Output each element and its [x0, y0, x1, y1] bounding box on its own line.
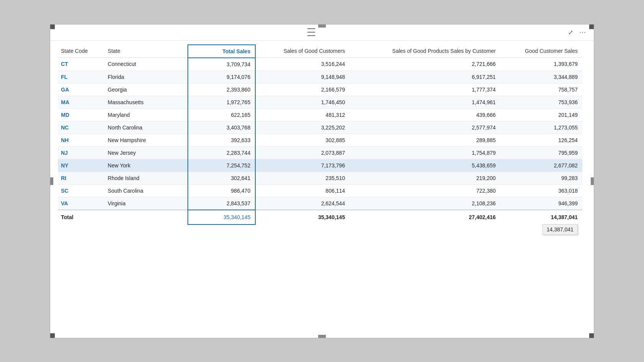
cell-state-code: NH [58, 134, 105, 146]
col-header-total-sales[interactable]: Total Sales [188, 45, 255, 58]
cell-sales-good-customers: 481,312 [255, 108, 350, 121]
table-row: NYNew York7,254,7527,173,7965,438,6592,6… [58, 159, 582, 172]
cell-sales-good-customers: 7,173,796 [255, 159, 350, 172]
cell-good-customer-sales: 2,677,082 [500, 159, 582, 172]
resize-handle-top[interactable] [318, 25, 326, 28]
cell-state: Connecticut [105, 58, 188, 71]
table-row: SCSouth Carolina986,470806,114722,380363… [58, 184, 582, 197]
cell-state: Massachusetts [105, 96, 188, 108]
cell-good-customer-sales: 126,254 [500, 134, 582, 146]
cell-sales-good-customers: 2,624,544 [255, 197, 350, 210]
menu-icon[interactable] [307, 28, 315, 37]
cell-state: New Hampshire [105, 134, 188, 146]
total-sales-good-products: 27,402,416 [350, 210, 500, 224]
resize-handle-left[interactable] [50, 177, 53, 185]
cell-total-sales: 3,403,768 [188, 121, 255, 134]
cell-sales-good-products: 1,777,374 [350, 83, 500, 96]
cell-good-customer-sales: 363,018 [500, 184, 582, 197]
table-header-row: State Code State Total Sales Sales of Go… [58, 45, 582, 58]
total-row: Total 35,340,145 35,340,145 27,402,416 1… [58, 210, 582, 224]
table-row: FLFlorida9,174,0769,148,9486,917,2513,34… [58, 70, 582, 83]
cell-state: South Carolina [105, 184, 188, 197]
cell-sales-good-customers: 3,225,202 [255, 121, 350, 134]
table-row: NJNew Jersey2,283,7442,073,8871,754,8797… [58, 146, 582, 159]
table-row: VAVirginia2,843,5372,624,5442,108,236946… [58, 197, 582, 210]
cell-total-sales: 622,165 [188, 108, 255, 121]
total-total-sales: 35,340,145 [188, 210, 255, 224]
cell-sales-good-customers: 2,166,579 [255, 83, 350, 96]
cell-state: Virginia [105, 197, 188, 210]
cell-good-customer-sales: 795,959 [500, 146, 582, 159]
cell-state-code: CT [58, 58, 105, 71]
cell-state: Maryland [105, 108, 188, 121]
col-header-state-code: State Code [58, 45, 105, 58]
col-header-state: State [105, 45, 188, 58]
resize-handle-tr[interactable] [589, 25, 594, 29]
total-sales-good-customers: 35,340,145 [255, 210, 350, 224]
expand-icon[interactable]: ⤢ [567, 28, 575, 37]
cell-sales-good-customers: 806,114 [255, 184, 350, 197]
table-container: State Code State Total Sales Sales of Go… [50, 41, 594, 236]
table-row: RIRhode Island302,641235,510219,20099,28… [58, 172, 582, 184]
cell-good-customer-sales: 1,273,055 [500, 121, 582, 134]
toolbar-actions: ⤢ ··· [567, 28, 588, 37]
cell-sales-good-customers: 2,073,887 [255, 146, 350, 159]
resize-handle-tl[interactable] [50, 25, 55, 29]
table-row: MAMassachusetts1,972,7651,746,4501,474,9… [58, 96, 582, 108]
table-row: NCNorth Carolina3,403,7683,225,2022,577,… [58, 121, 582, 134]
cell-state-code: GA [58, 83, 105, 96]
cell-sales-good-customers: 235,510 [255, 172, 350, 184]
cell-state: New York [105, 159, 188, 172]
cell-total-sales: 1,972,765 [188, 96, 255, 108]
cell-sales-good-products: 1,754,879 [350, 146, 500, 159]
table-row: CTConnecticut3,709,7343,516,2442,721,666… [58, 58, 582, 71]
data-table: State Code State Total Sales Sales of Go… [58, 44, 582, 225]
cell-total-sales: 302,641 [188, 172, 255, 184]
cell-sales-good-products: 2,577,974 [350, 121, 500, 134]
cell-state-code: NC [58, 121, 105, 134]
cell-total-sales: 9,174,076 [188, 70, 255, 83]
cell-sales-good-products: 289,885 [350, 134, 500, 146]
cell-state-code: SC [58, 184, 105, 197]
resize-handle-bottom[interactable] [318, 335, 326, 338]
cell-sales-good-products: 6,917,251 [350, 70, 500, 83]
cell-sales-good-products: 2,108,236 [350, 197, 500, 210]
cell-sales-good-products: 439,666 [350, 108, 500, 121]
total-label: Total [58, 210, 188, 224]
resize-handle-right[interactable] [591, 177, 594, 185]
cell-state: New Jersey [105, 146, 188, 159]
cell-total-sales: 2,393,860 [188, 83, 255, 96]
resize-handle-bl[interactable] [50, 333, 55, 338]
cell-good-customer-sales: 758,757 [500, 83, 582, 96]
table-row: NHNew Hampshire392,633302,885289,885126,… [58, 134, 582, 146]
col-header-good-customer-sales: Good Customer Sales [500, 45, 582, 58]
cell-total-sales: 2,283,744 [188, 146, 255, 159]
table-row: MDMaryland622,165481,312439,666201,149 [58, 108, 582, 121]
cell-state-code: RI [58, 172, 105, 184]
more-options-icon[interactable]: ··· [578, 28, 588, 37]
cell-sales-good-products: 2,721,666 [350, 58, 500, 71]
cell-good-customer-sales: 1,393,679 [500, 58, 582, 71]
tooltip-box: 14,387,041 [542, 224, 578, 235]
cell-good-customer-sales: 201,149 [500, 108, 582, 121]
resize-handle-br[interactable] [589, 333, 594, 338]
tooltip-container: 14,387,041 14,387,041 [551, 214, 578, 220]
cell-sales-good-customers: 3,516,244 [255, 58, 350, 71]
cell-state: Rhode Island [105, 172, 188, 184]
total-good-customer-sales: 14,387,041 14,387,041 [500, 210, 582, 224]
cell-state: Georgia [105, 83, 188, 96]
main-panel: ⤢ ··· State Code State Total Sales Sales… [50, 24, 594, 338]
cell-total-sales: 392,633 [188, 134, 255, 146]
cell-sales-good-products: 722,380 [350, 184, 500, 197]
table-row: GAGeorgia2,393,8602,166,5791,777,374758,… [58, 83, 582, 96]
cell-total-sales: 986,470 [188, 184, 255, 197]
cell-state-code: VA [58, 197, 105, 210]
cell-good-customer-sales: 753,936 [500, 96, 582, 108]
cell-sales-good-customers: 302,885 [255, 134, 350, 146]
cell-total-sales: 2,843,537 [188, 197, 255, 210]
cell-total-sales: 7,254,752 [188, 159, 255, 172]
cell-state-code: FL [58, 70, 105, 83]
total-good-customer-sales-value: 14,387,041 [551, 214, 578, 220]
cell-state-code: MA [58, 96, 105, 108]
cell-good-customer-sales: 99,283 [500, 172, 582, 184]
